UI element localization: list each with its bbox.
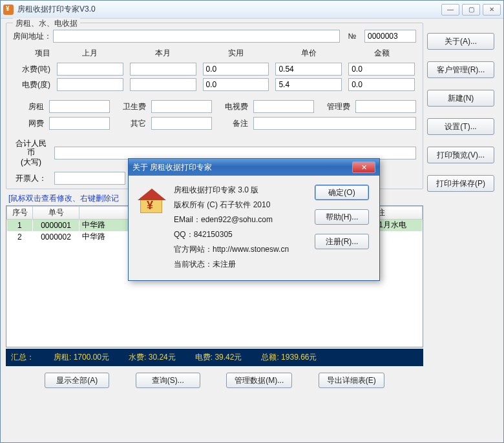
drawer-combo[interactable] bbox=[54, 172, 125, 185]
side-buttons: 关于(A)... 客户管理(R)... 新建(N) 设置(T)... 打印预览(… bbox=[427, 23, 498, 437]
elec-this[interactable] bbox=[130, 78, 196, 91]
about-info: 房租收据打印专家 3.0 版 版权所有 (C) 石子软件 2010 EMail：… bbox=[174, 185, 307, 270]
dialog-title: 关于 房租收据打印专家 bbox=[132, 162, 352, 173]
manage-data-button[interactable]: 管理数据(M)... bbox=[226, 373, 292, 388]
water-this[interactable] bbox=[130, 63, 196, 76]
addr-combo[interactable] bbox=[53, 30, 340, 43]
drawer-label: 开票人： bbox=[13, 174, 49, 183]
water-price[interactable] bbox=[275, 63, 342, 76]
about-dialog: 关于 房租收据打印专家 ✕ ¥ 房租收据打印专家 3.0 版 版权所有 (C) … bbox=[128, 158, 380, 281]
group-legend: 房租、水、电收据 bbox=[13, 18, 80, 29]
minimize-button[interactable]: — bbox=[441, 4, 459, 15]
about-line: 当前状态：未注册 bbox=[174, 259, 307, 270]
hdr-amount: 金额 bbox=[348, 48, 415, 59]
rent-field[interactable] bbox=[49, 100, 110, 113]
elec-used[interactable] bbox=[203, 78, 269, 91]
query-button[interactable]: 查询(S)... bbox=[136, 373, 200, 388]
print-save-button[interactable]: 打印并保存(P) bbox=[427, 175, 494, 192]
titlebar: 房租收据打印专家V3.0 — ▢ ✕ bbox=[1, 1, 503, 19]
dialog-close-button[interactable]: ✕ bbox=[352, 161, 375, 173]
window-buttons: — ▢ ✕ bbox=[441, 4, 501, 15]
sum-label: 合计人民币(大写) bbox=[13, 139, 49, 167]
about-icon: ¥ bbox=[138, 189, 166, 217]
other-field[interactable] bbox=[151, 117, 212, 130]
register-button[interactable]: 注册(R)... bbox=[315, 234, 369, 249]
about-line: EMail：eden922@sohu.com bbox=[174, 214, 307, 225]
clean-label: 卫生费 bbox=[115, 101, 146, 112]
about-line: 房租收据打印专家 3.0 版 bbox=[174, 185, 307, 196]
hdr-used: 实用 bbox=[203, 48, 269, 59]
water-label: 水费(吨) bbox=[14, 64, 50, 75]
remark-label: 备注 bbox=[217, 118, 248, 129]
other-label: 其它 bbox=[115, 118, 146, 129]
th-bill[interactable]: 单号 bbox=[33, 207, 79, 220]
mgmt-label: 管理费 bbox=[319, 101, 350, 112]
water-amount[interactable] bbox=[348, 63, 415, 76]
elec-last[interactable] bbox=[57, 78, 123, 91]
remark-combo[interactable] bbox=[253, 117, 416, 130]
elec-price[interactable] bbox=[275, 78, 342, 91]
settings-button[interactable]: 设置(T)... bbox=[427, 118, 494, 135]
no-label: № bbox=[344, 32, 361, 41]
about-button[interactable]: 关于(A)... bbox=[427, 33, 494, 50]
mgmt-field[interactable] bbox=[355, 100, 416, 113]
tv-label: 电视费 bbox=[217, 101, 248, 112]
help-button[interactable]: 帮助(H)... bbox=[315, 209, 369, 225]
sum-field[interactable] bbox=[54, 147, 416, 160]
export-button[interactable]: 导出详细表(E) bbox=[319, 373, 384, 388]
no-field[interactable] bbox=[364, 30, 416, 43]
addr-label: 房间地址： bbox=[13, 31, 49, 42]
th-no[interactable]: 序号 bbox=[7, 207, 33, 220]
elec-label: 电费(度) bbox=[14, 79, 50, 90]
hdr-this: 本月 bbox=[130, 48, 196, 59]
water-last[interactable] bbox=[57, 63, 123, 76]
dialog-titlebar: 关于 房租收据打印专家 ✕ bbox=[129, 159, 379, 176]
bottom-buttons: 显示全部(A) 查询(S)... 管理数据(M)... 导出详细表(E) bbox=[6, 366, 423, 391]
water-used[interactable] bbox=[203, 63, 269, 76]
about-line: 版权所有 (C) 石子软件 2010 bbox=[174, 200, 307, 211]
close-button[interactable]: ✕ bbox=[483, 4, 501, 15]
window-title: 房租收据打印专家V3.0 bbox=[17, 4, 441, 15]
show-all-button[interactable]: 显示全部(A) bbox=[45, 373, 109, 388]
hdr-price: 单价 bbox=[275, 48, 342, 59]
about-line: 官方网站：http://www.stonesw.cn bbox=[174, 244, 307, 255]
hdr-last: 上月 bbox=[57, 48, 123, 59]
rent-label: 房租 bbox=[13, 101, 44, 112]
app-icon bbox=[3, 5, 14, 15]
maximize-button[interactable]: ▢ bbox=[462, 4, 480, 15]
new-button[interactable]: 新建(N) bbox=[427, 90, 494, 107]
hdr-item: 项目 bbox=[14, 48, 50, 59]
preview-button[interactable]: 打印预览(V)... bbox=[427, 147, 494, 163]
customers-button[interactable]: 客户管理(R)... bbox=[427, 61, 494, 78]
tv-field[interactable] bbox=[253, 100, 314, 113]
net-label: 网费 bbox=[13, 118, 44, 129]
dialog-buttons: 确定(O) 帮助(H)... 注册(R)... bbox=[315, 185, 370, 270]
elec-amount[interactable] bbox=[348, 78, 415, 91]
clean-field[interactable] bbox=[151, 100, 212, 113]
summary-bar: 汇总： 房租: 1700.00元 水费: 30.24元 电费: 39.42元 总… bbox=[6, 349, 423, 366]
net-field[interactable] bbox=[49, 117, 110, 130]
about-line: QQ：842150305 bbox=[174, 229, 307, 240]
ok-button[interactable]: 确定(O) bbox=[315, 185, 369, 200]
